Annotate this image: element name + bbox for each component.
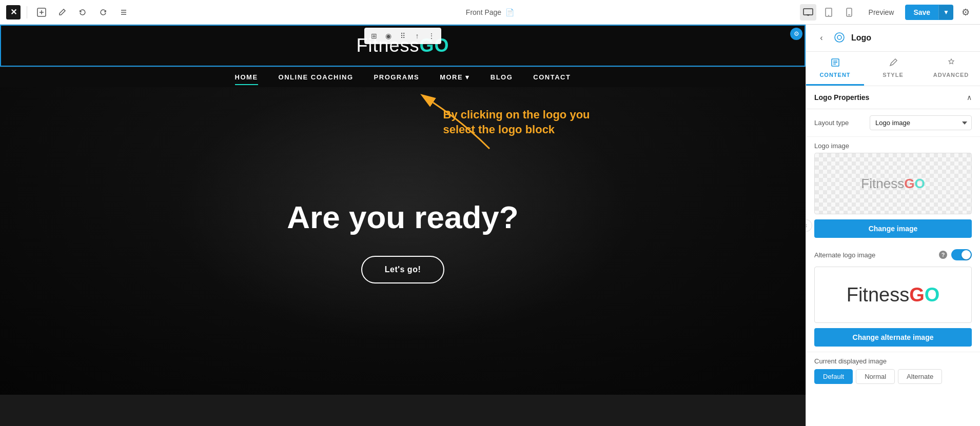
tab-style[interactable]: STYLE bbox=[864, 52, 922, 86]
pencil-btn[interactable] bbox=[54, 4, 70, 21]
desktop-view-btn[interactable] bbox=[800, 4, 816, 21]
alt-logo-toggle[interactable] bbox=[951, 249, 972, 260]
site-nav: HOME ONLINE COACHING PROGRAMS MORE ▾ BLO… bbox=[0, 67, 806, 87]
svg-point-14 bbox=[835, 33, 844, 42]
panel-content: Logo Properties ∧ Layout type Logo image… bbox=[806, 86, 980, 426]
mobile-view-btn[interactable] bbox=[841, 4, 857, 21]
main-area: FitnessGO ⚙ ⊞ ◉ ⠿ ↑ ⋮ HOME ONLINE COACHI… bbox=[0, 25, 980, 426]
arrow-annotation: By clicking on the logo youselect the lo… bbox=[443, 108, 590, 137]
layout-type-select[interactable]: Logo image Text logo bbox=[870, 115, 972, 130]
hero-content: Are you ready? Let's go! bbox=[287, 199, 518, 283]
tab-advanced[interactable]: ADVANCED bbox=[922, 52, 980, 86]
change-image-btn[interactable]: Change image bbox=[814, 219, 972, 238]
hero-section: By clicking on the logo youselect the lo… bbox=[0, 87, 806, 395]
logo-preview-teal: O bbox=[914, 176, 925, 191]
tab-content[interactable]: CONTENT bbox=[806, 52, 864, 86]
hero-cta-btn[interactable]: Let's go! bbox=[361, 256, 445, 283]
panel-section-title: Logo Properties bbox=[814, 93, 869, 102]
tab-advanced-label: ADVANCED bbox=[933, 72, 969, 78]
page-canvas: FitnessGO ⚙ ⊞ ◉ ⠿ ↑ ⋮ HOME ONLINE COACHI… bbox=[0, 25, 806, 426]
site-header[interactable]: FitnessGO ⚙ ⊞ ◉ ⠿ ↑ ⋮ bbox=[0, 25, 806, 67]
toolbar: ✕ Front Page 📄 bbox=[0, 0, 980, 25]
divider-1 bbox=[27, 6, 27, 18]
preview-btn[interactable]: Preview bbox=[861, 5, 901, 19]
annotation-text: By clicking on the logo youselect the lo… bbox=[443, 108, 590, 137]
alt-logo-header: Alternate logo image ? bbox=[806, 243, 980, 267]
tab-style-label: STYLE bbox=[883, 72, 903, 78]
svg-rect-6 bbox=[803, 9, 813, 15]
display-opt-default[interactable]: Default bbox=[814, 369, 853, 384]
layout-type-label: Layout type bbox=[814, 119, 866, 127]
save-btn-group: Save ▼ bbox=[905, 5, 953, 20]
hero-title: Are you ready? bbox=[287, 199, 518, 235]
svg-point-15 bbox=[837, 35, 841, 39]
help-icon[interactable]: ? bbox=[939, 251, 947, 259]
add-block-btn[interactable] bbox=[33, 4, 50, 21]
annotation-arrow bbox=[402, 92, 505, 154]
logo-preview-text: Fitness bbox=[861, 176, 904, 191]
layout-type-row: Layout type Logo image Text logo bbox=[806, 109, 980, 137]
logo-preview-go: G bbox=[904, 176, 914, 191]
panel-tabs: CONTENT STYLE ADVANCED bbox=[806, 52, 980, 86]
panel-section-header: Logo Properties ∧ bbox=[806, 86, 980, 109]
block-grid-btn[interactable]: ⊞ bbox=[367, 29, 381, 43]
current-display-label: Current displayed image bbox=[806, 352, 980, 369]
block-move-btn[interactable]: ⠿ bbox=[396, 29, 409, 43]
alt-logo-preview: FitnessGO bbox=[814, 267, 972, 323]
change-alt-image-btn[interactable]: Change alternate image bbox=[814, 328, 972, 347]
page-title-area: Front Page 📄 bbox=[466, 8, 514, 16]
page-title: Front Page bbox=[466, 8, 501, 16]
logo-image-preview: FitnessGO bbox=[814, 153, 972, 214]
block-up-btn[interactable]: ↑ bbox=[410, 29, 424, 43]
nav-item-blog[interactable]: BLOG bbox=[491, 73, 513, 81]
style-tab-icon bbox=[889, 58, 898, 70]
logo-image-label: Logo image bbox=[806, 137, 980, 153]
display-opt-alternate[interactable]: Alternate bbox=[898, 369, 942, 384]
toolbar-right: Preview Save ▼ ⚙ bbox=[800, 4, 974, 21]
alt-logo-go-t: O bbox=[925, 284, 940, 306]
panel-logo-icon bbox=[834, 32, 846, 44]
page-icon: 📄 bbox=[505, 8, 514, 16]
save-dropdown-btn[interactable]: ▼ bbox=[938, 5, 953, 19]
undo-btn[interactable] bbox=[74, 4, 91, 21]
site-logo-btn[interactable]: ✕ bbox=[6, 5, 21, 19]
block-circle-btn[interactable]: ◉ bbox=[382, 29, 395, 43]
list-btn[interactable] bbox=[115, 4, 132, 21]
nav-item-contact[interactable]: CONTACT bbox=[533, 73, 571, 81]
header-settings-icon[interactable]: ⚙ bbox=[790, 28, 802, 40]
alt-logo-text: Fitness bbox=[847, 284, 909, 306]
svg-point-10 bbox=[828, 15, 829, 16]
display-opt-normal[interactable]: Normal bbox=[856, 369, 895, 384]
alt-logo-go-r: G bbox=[909, 284, 925, 306]
display-options: Default Normal Alternate bbox=[806, 369, 980, 392]
panel-title: Logo bbox=[851, 33, 871, 43]
logo-preview-inner: FitnessGO bbox=[861, 175, 925, 192]
alt-logo-label: Alternate logo image bbox=[814, 251, 935, 259]
nav-item-more[interactable]: MORE ▾ bbox=[440, 73, 470, 81]
settings-btn[interactable]: ⚙ bbox=[957, 4, 974, 21]
panel-header: ‹ Logo bbox=[806, 25, 980, 52]
redo-btn[interactable] bbox=[95, 4, 111, 21]
tab-content-label: CONTENT bbox=[819, 72, 850, 78]
block-controls: ⊞ ◉ ⠿ ↑ ⋮ bbox=[364, 28, 441, 44]
tablet-view-btn[interactable] bbox=[820, 4, 837, 21]
nav-item-programs[interactable]: PROGRAMS bbox=[374, 73, 420, 81]
panel-back-btn[interactable]: ‹ bbox=[814, 31, 829, 45]
nav-item-online-coaching[interactable]: ONLINE COACHING bbox=[279, 73, 354, 81]
panel-section-toggle[interactable]: ∧ bbox=[967, 93, 972, 102]
nav-item-home[interactable]: HOME bbox=[235, 73, 258, 81]
canvas-area: FitnessGO ⚙ ⊞ ◉ ⠿ ↑ ⋮ HOME ONLINE COACHI… bbox=[0, 25, 806, 426]
advanced-tab-icon bbox=[947, 58, 956, 70]
save-btn[interactable]: Save bbox=[905, 5, 938, 20]
right-panel: ‹ ‹ Logo bbox=[806, 25, 980, 426]
content-tab-icon bbox=[831, 58, 840, 70]
block-more-btn[interactable]: ⋮ bbox=[425, 29, 438, 43]
